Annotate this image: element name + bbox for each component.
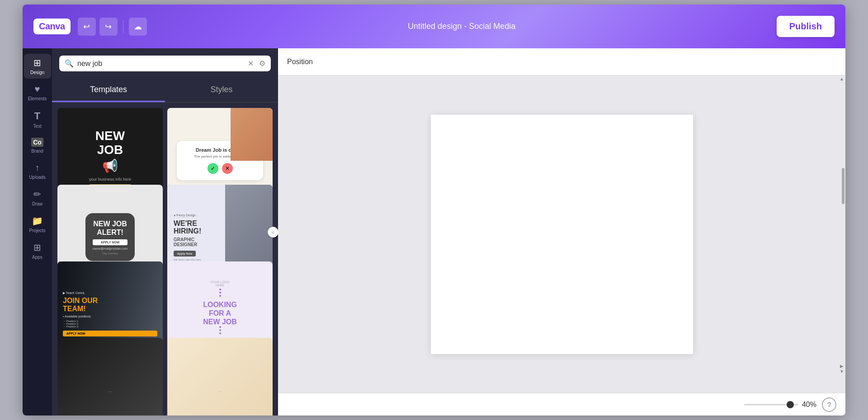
tab-templates[interactable]: Templates [52, 79, 165, 102]
tmpl1-megaphone-icon: 📢 [89, 159, 131, 173]
canvas-panel-title: Position [287, 58, 313, 66]
tmpl6-brand: YOUR LOGOHERE [210, 280, 229, 287]
tmpl6-dots-bottom [219, 326, 221, 334]
topbar-left: Canva ↩ ↪ ☁ [33, 18, 147, 36]
tab-styles[interactable]: Styles [165, 79, 278, 102]
draw-icon: ✏ [33, 189, 41, 200]
tmpl5-brand: ▶ Teach Canva [63, 291, 157, 295]
scroll-right-icon[interactable]: ▶ [840, 361, 844, 369]
zoom-control: 40% [744, 401, 816, 409]
tmpl5-list: → Position 1→ Position 2→ Position 3 [63, 320, 157, 328]
tmpl3-bubble: NEW JOBALERT! APPLY NOW name@mailprovide… [85, 213, 135, 261]
sidebar-item-uploads[interactable]: ↑ Uploads [24, 159, 51, 183]
sidebar-item-text[interactable]: T Text [24, 107, 51, 132]
template-preview-7: ... [57, 338, 163, 415]
tmpl6-dots [219, 289, 221, 297]
topbar-actions: ↩ ↪ ☁ [78, 18, 147, 36]
sidebar-label-text: Text [33, 124, 41, 129]
tmpl5-cta: APPLY NOW [63, 331, 157, 336]
help-button[interactable]: ? [822, 397, 836, 412]
tmpl3-location: City, Country [93, 252, 128, 255]
panel-tabs: Templates Styles [52, 79, 278, 103]
main-content: ⊞ Design ♥ Elements T Text Co Brand ↑ Up… [23, 48, 845, 415]
sidebar-icons: ⊞ Design ♥ Elements T Text Co Brand ↑ Up… [23, 48, 52, 415]
canvas-scrollbar-right[interactable]: ▲ ▼ [840, 75, 844, 375]
tmpl3-title: NEW JOBALERT! [93, 219, 128, 237]
collapse-panel-button[interactable]: ‹ [268, 227, 278, 238]
save-cloud-button[interactable]: ☁ [129, 18, 147, 36]
template-preview-8: ... [167, 338, 273, 415]
sidebar-label-elements: Elements [28, 96, 47, 101]
template-card-8[interactable]: ... [167, 338, 273, 415]
search-clear-icon[interactable]: ✕ [248, 59, 254, 68]
canvas-viewport[interactable]: ▲ ▼ ▶ [278, 75, 845, 393]
template-panel: 🔍 ✕ ⚙ Templates Styles NEWJOB [52, 48, 278, 415]
tmpl3-cta: APPLY NOW [93, 239, 128, 245]
tmpl6-title: LOOKINGFOR ANEW JOB [203, 300, 237, 327]
canva-logo[interactable]: Canva [33, 19, 71, 34]
publish-button[interactable]: Publish [777, 16, 835, 37]
sidebar-label-draw: Draw [32, 201, 42, 206]
tmpl2-buttons: ✓ ✕ [183, 163, 257, 174]
sidebar-item-elements[interactable]: ♥ Elements [24, 80, 51, 105]
tmpl5-content: ▶ Teach Canva JOIN OURTEAM! • Available … [63, 291, 157, 336]
tmpl4-title: WE'REHIRING! [174, 219, 201, 235]
brand-icon: Co [31, 138, 43, 147]
tmpl2-accept-icon: ✓ [208, 163, 218, 174]
apps-icon: ⊞ [33, 242, 41, 253]
tmpl4-role: GRAPHICDESIGNER [174, 237, 197, 247]
projects-icon: 📁 [32, 215, 43, 226]
zoom-thumb[interactable] [787, 401, 794, 408]
redo-button[interactable]: ↪ [99, 18, 118, 36]
tmpl5-available: • Available positions [63, 315, 157, 318]
search-input-wrap: 🔍 ✕ ⚙ [59, 56, 271, 71]
scroll-thumb[interactable] [842, 168, 844, 204]
canvas-area: Position ▲ ▼ ▶ [278, 48, 845, 415]
canvas-white-area [431, 115, 693, 354]
elements-icon: ♥ [35, 84, 40, 94]
document-title: Untitled design - Social Media [408, 22, 515, 31]
sidebar-item-design[interactable]: ⊞ Design [24, 54, 51, 79]
search-filter-icon[interactable]: ⚙ [259, 59, 265, 68]
undo-button[interactable]: ↩ [78, 18, 96, 36]
topbar-divider [123, 20, 123, 33]
topbar-right: Publish [777, 16, 835, 37]
tmpl5-title: JOIN OURTEAM! [63, 297, 157, 313]
text-icon: T [34, 110, 40, 122]
tmpl4-cta: Apply Now [174, 251, 196, 257]
tmpl4-contact: link here | job info here [174, 258, 201, 261]
zoom-percent: 40% [802, 401, 816, 409]
canvas-bottom-bar: 40% ? [278, 393, 845, 415]
sidebar-label-design: Design [30, 70, 44, 75]
search-icon: 🔍 [65, 59, 74, 68]
search-bar: 🔍 ✕ ⚙ [52, 48, 278, 79]
sidebar-item-brand[interactable]: Co Brand [24, 134, 51, 157]
design-icon: ⊞ [33, 57, 41, 68]
tmpl7-placeholder: ... [108, 388, 112, 393]
uploads-icon: ↑ [35, 163, 40, 173]
tmpl2-decline-icon: ✕ [222, 163, 233, 174]
sidebar-item-apps[interactable]: ⊞ Apps [24, 238, 51, 263]
sidebar-label-projects: Projects [29, 228, 45, 233]
tmpl1-subtitle: your business info here [89, 177, 131, 182]
tmpl1-title: NEWJOB [89, 129, 131, 157]
tmpl3-contact: name@mailprovider.com [93, 247, 128, 250]
sidebar-label-apps: Apps [32, 255, 42, 260]
scroll-up-icon[interactable]: ▲ [839, 75, 845, 82]
zoom-slider[interactable] [744, 404, 798, 406]
app-window: Canva ↩ ↪ ☁ Untitled design - Social Med… [23, 5, 845, 415]
search-input[interactable] [77, 60, 244, 68]
sidebar-item-projects[interactable]: 📁 Projects [24, 212, 51, 237]
template-card-7[interactable]: ... [57, 338, 163, 415]
tmpl4-brand-tag: ● Fancy Design [174, 214, 196, 217]
sidebar-item-draw[interactable]: ✏ Draw [24, 185, 51, 210]
topbar: Canva ↩ ↪ ☁ Untitled design - Social Med… [23, 5, 845, 48]
sidebar-label-uploads: Uploads [29, 175, 46, 180]
canvas-toolbar: Position [278, 48, 845, 75]
sidebar-label-brand: Brand [31, 149, 43, 154]
tmpl8-placeholder: ... [218, 388, 222, 393]
templates-grid: NEWJOB 📢 your business info here APPLY N… [52, 103, 278, 415]
